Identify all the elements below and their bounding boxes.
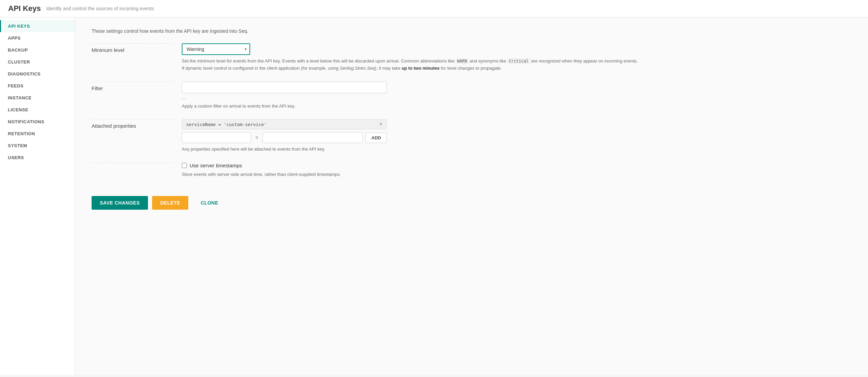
sidebar-item-api-keys[interactable]: API KEYS [0, 20, 75, 32]
sidebar-item-backup[interactable]: BACKUP [0, 44, 75, 56]
filter-field: ... Apply a custom filter on arrival to … [182, 82, 852, 110]
warn-code: WARN [456, 58, 469, 64]
main-content: These settings control how events from t… [75, 17, 868, 375]
app-title: API Keys [8, 4, 41, 13]
property-tag-remove-button[interactable]: × [377, 122, 382, 127]
minimum-level-help: Set the minimum level for events from th… [182, 58, 852, 72]
sidebar-item-license[interactable]: LICENSE [0, 104, 75, 116]
serilog-italic: Serilog.Sinks.Seq [340, 66, 375, 71]
app-header: API Keys Identify and control the source… [0, 0, 868, 17]
server-timestamps-checkbox[interactable] [182, 163, 187, 168]
filter-label: Filter [92, 82, 174, 91]
add-property-button[interactable]: ADD [366, 132, 387, 143]
save-button[interactable]: SAVE CHANGES [92, 196, 148, 210]
filter-dots: ... [182, 95, 852, 100]
filter-input[interactable] [182, 82, 387, 93]
attached-properties-label: Attached properties [92, 119, 174, 129]
minimum-level-field: VerboseDebugInformationWarningErrorFatal… [182, 43, 852, 72]
help-text-line2: If dynamic level control is configured i… [182, 66, 502, 71]
attached-properties-section: Attached properties serviceName = 'custo… [92, 119, 852, 153]
filter-section: Filter ... Apply a custom filter on arri… [92, 82, 852, 110]
add-property-row: = ADD [182, 132, 387, 143]
attached-properties-help: Any properties specified here will be at… [182, 146, 852, 153]
layout: API KEYSAPPSBACKUPCLUSTERDIAGNOSTICSFEED… [0, 17, 868, 375]
equals-sign: = [254, 135, 259, 140]
filter-help: Apply a custom filter on arrival to even… [182, 103, 852, 110]
property-value-input[interactable] [262, 132, 363, 143]
server-timestamps-help: Store events with server-side arrival ti… [182, 171, 852, 178]
minimum-level-label: Minimum level [92, 43, 174, 53]
sidebar-item-retention[interactable]: RETENTION [0, 128, 75, 140]
sidebar-item-notifications[interactable]: NOTIFICATIONS [0, 116, 75, 128]
sidebar-item-instance[interactable]: INSTANCE [0, 92, 75, 104]
server-timestamps-label[interactable]: Use server timestamps [190, 163, 242, 168]
critical-code: Critical [507, 58, 530, 64]
action-buttons: SAVE CHANGES DELETE CLONE [92, 188, 852, 210]
sidebar: API KEYSAPPSBACKUPCLUSTERDIAGNOSTICSFEED… [0, 17, 75, 375]
server-timestamps-section: Use server timestamps Store events with … [92, 163, 852, 178]
server-timestamps-field: Use server timestamps Store events with … [182, 163, 852, 178]
sidebar-item-feeds[interactable]: FEEDS [0, 80, 75, 92]
sidebar-item-diagnostics[interactable]: DIAGNOSTICS [0, 68, 75, 80]
clone-button[interactable]: CLONE [192, 196, 227, 210]
sidebar-item-users[interactable]: USERS [0, 152, 75, 164]
delete-button[interactable]: DELETE [152, 196, 188, 210]
server-timestamps-row: Use server timestamps [182, 163, 852, 168]
server-timestamps-left [92, 163, 174, 166]
property-tag: serviceName = 'custom-service'× [182, 119, 387, 129]
property-key-input[interactable] [182, 132, 251, 143]
sidebar-item-apps[interactable]: APPS [0, 32, 75, 44]
sidebar-item-system[interactable]: SYSTEM [0, 140, 75, 152]
sidebar-item-cluster[interactable]: CLUSTER [0, 56, 75, 68]
settings-description: These settings control how events from t… [92, 28, 852, 34]
attached-properties-field: serviceName = 'custom-service'× = ADD An… [182, 119, 852, 153]
help-bold: up to two minutes [402, 66, 439, 71]
minimum-level-select-wrapper[interactable]: VerboseDebugInformationWarningErrorFatal… [182, 43, 250, 55]
app-subtitle: Identify and control the sources of inco… [46, 6, 154, 11]
minimum-level-select[interactable]: VerboseDebugInformationWarningErrorFatal [182, 43, 250, 55]
properties-list: serviceName = 'custom-service'× [182, 119, 387, 129]
property-tag-text: serviceName = 'custom-service' [186, 122, 267, 127]
help-text-line1: Set the minimum level for events from th… [182, 58, 638, 64]
minimum-level-section: Minimum level VerboseDebugInformationWar… [92, 43, 852, 72]
